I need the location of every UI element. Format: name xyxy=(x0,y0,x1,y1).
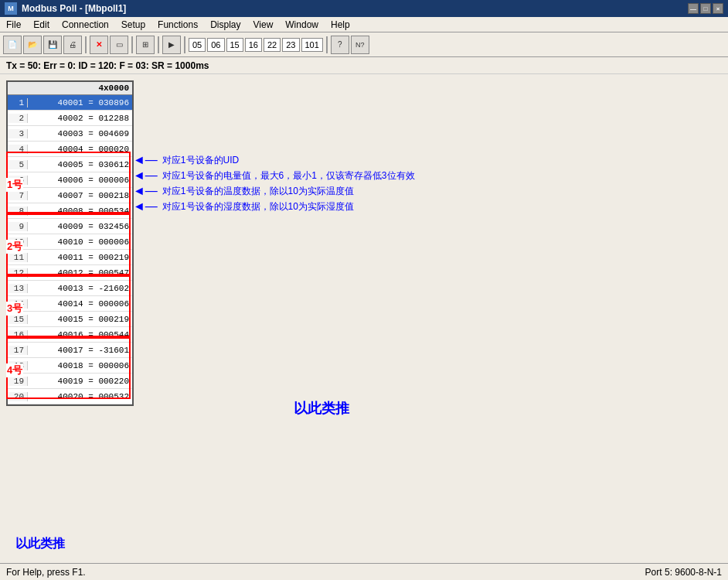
row-value: 40002 = 012288 xyxy=(28,114,132,123)
open-button[interactable]: 📂 xyxy=(23,36,42,54)
arrow-icon: ◄— xyxy=(133,200,158,213)
table-row[interactable]: 1140011 = 000219 xyxy=(8,250,132,265)
status-bar: Tx = 50: Err = 0: ID = 120: F = 03: SR =… xyxy=(0,57,728,74)
table-row[interactable]: 1640016 = 000544 xyxy=(8,327,132,343)
row-number: 14 xyxy=(8,299,28,309)
menu-item-connection[interactable]: Connection xyxy=(56,18,115,32)
table-row[interactable]: 1340013 = -21602 xyxy=(8,281,132,296)
table-row[interactable]: 340003 = 004609 xyxy=(8,126,132,142)
arrow-icon: ◄— xyxy=(133,184,158,198)
save-button[interactable]: 💾 xyxy=(43,36,62,54)
table-row[interactable]: 2040020 = 000532 xyxy=(8,389,132,404)
data-window: 4x0000 140001 = 030896240002 = 012288340… xyxy=(6,80,134,406)
window-title: Modbus Poll - [Mbpoll1] xyxy=(22,3,688,14)
arrow-icon: ◄— xyxy=(133,153,158,167)
main-area: 4x0000 140001 = 030896240002 = 012288340… xyxy=(0,74,728,563)
nq-button[interactable]: N? xyxy=(351,36,369,54)
table-row[interactable]: 1940019 = 000220 xyxy=(8,374,132,389)
annotation-arrow: ◄—对应1号设备的温度数据，除以10为实际温度值 xyxy=(133,184,354,198)
table-row[interactable]: 540005 = 030612 xyxy=(8,157,132,172)
row-number: 8 xyxy=(8,206,28,216)
row-number: 4 xyxy=(8,145,28,154)
table-row[interactable]: 940009 = 032456 xyxy=(8,219,132,234)
table-row[interactable]: 440004 = 000020 xyxy=(8,142,132,157)
table-row[interactable]: 1540015 = 000219 xyxy=(8,312,132,327)
row-number: 3 xyxy=(8,129,28,138)
help-button[interactable]: ? xyxy=(331,36,349,54)
menu-bar: FileEditConnectionSetupFunctionsDisplayV… xyxy=(0,17,728,32)
table-row[interactable]: 1240012 = 000547 xyxy=(8,265,132,281)
annotation-arrow: ◄—对应1号设备的湿度数据，除以10为实际湿度值 xyxy=(133,200,354,213)
data-rows: 140001 = 030896240002 = 012288340003 = 0… xyxy=(8,95,132,404)
menu-item-setup[interactable]: Setup xyxy=(115,18,151,32)
toolbar-separator-2 xyxy=(131,36,133,53)
row-value: 40007 = 000218 xyxy=(28,191,132,200)
row-value: 40005 = 030612 xyxy=(28,160,132,169)
table-row[interactable]: 640006 = 000006 xyxy=(8,172,132,188)
row-value: 40017 = -31601 xyxy=(28,346,132,355)
row-number: 15 xyxy=(8,315,28,324)
num-101: 101 xyxy=(301,38,323,52)
row-number: 10 xyxy=(8,237,28,247)
row-number: 2 xyxy=(8,114,28,123)
row-value: 40012 = 000547 xyxy=(28,268,132,278)
table-row[interactable]: 1840018 = 000006 xyxy=(8,358,132,374)
table-row[interactable]: 240002 = 012288 xyxy=(8,111,132,126)
row-number: 13 xyxy=(8,284,28,293)
menu-item-view[interactable]: View xyxy=(247,18,280,32)
row-number: 6 xyxy=(8,176,28,185)
port-info: Port 5: 9600-8-N-1 xyxy=(645,567,722,578)
print-button[interactable]: 🖨 xyxy=(63,36,82,54)
stop-button[interactable]: ✕ xyxy=(90,36,108,54)
menu-item-help[interactable]: Help xyxy=(325,18,356,32)
menu-item-edit[interactable]: Edit xyxy=(27,18,56,32)
maximize-button[interactable]: □ xyxy=(700,3,711,14)
table-row[interactable]: 840008 = 000534 xyxy=(8,203,132,219)
row-value: 40011 = 000219 xyxy=(28,253,132,262)
annotation-text: 对应1号设备的温度数据，除以10为实际温度值 xyxy=(162,185,354,198)
annotation-arrow: ◄—对应1号设备的电量值，最大6，最小1，仅该寄存器低3位有效 xyxy=(133,169,415,183)
table-row[interactable]: 140001 = 030896 xyxy=(8,95,132,111)
row-number: 19 xyxy=(8,377,28,386)
row-number: 16 xyxy=(8,330,28,339)
tool-btn-1[interactable]: ⊞ xyxy=(136,36,155,54)
row-value: 40014 = 000006 xyxy=(28,299,132,309)
connect-button[interactable]: ▭ xyxy=(110,36,128,54)
row-value: 40018 = 000006 xyxy=(28,361,132,370)
menu-item-window[interactable]: Window xyxy=(279,18,325,32)
bottom-status-bar: For Help, press F1. Port 5: 9600-8-N-1 xyxy=(0,563,728,580)
row-number: 18 xyxy=(8,361,28,370)
num-23: 23 xyxy=(282,38,299,52)
help-text: For Help, press F1. xyxy=(6,567,645,578)
row-value: 40009 = 032456 xyxy=(28,222,132,231)
row-number: 11 xyxy=(8,253,28,262)
row-value: 40004 = 000020 xyxy=(28,145,132,154)
table-row[interactable]: 1740017 = -31601 xyxy=(8,343,132,358)
table-row[interactable]: 740007 = 000218 xyxy=(8,188,132,203)
menu-item-file[interactable]: File xyxy=(0,18,27,32)
menu-item-display[interactable]: Display xyxy=(204,18,247,32)
num-05: 05 xyxy=(189,38,206,52)
app-icon: M xyxy=(5,2,17,15)
row-value: 40013 = -21602 xyxy=(28,284,132,293)
num-22: 22 xyxy=(264,38,281,52)
row-number: 9 xyxy=(8,222,28,231)
row-value: 40020 = 000532 xyxy=(28,392,132,401)
close-button[interactable]: × xyxy=(713,3,723,14)
minimize-button[interactable]: — xyxy=(688,3,699,14)
table-row[interactable]: 1440014 = 000006 xyxy=(8,296,132,312)
row-value: 40016 = 000544 xyxy=(28,330,132,339)
toolbar: 📄 📂 💾 🖨 ✕ ▭ ⊞ ▶ 05 06 15 16 22 23 101 ? … xyxy=(0,32,728,57)
new-button[interactable]: 📄 xyxy=(3,36,22,54)
toolbar-separator-1 xyxy=(85,36,87,53)
menu-item-functions[interactable]: Functions xyxy=(151,18,204,32)
annotation-text: 对应1号设备的UID xyxy=(162,154,239,167)
table-row[interactable]: 1040010 = 000006 xyxy=(8,234,132,250)
bottom-label: 以此类推 xyxy=(15,536,65,552)
toolbar-separator-3 xyxy=(158,36,159,53)
num-06: 06 xyxy=(207,38,224,52)
play-button[interactable]: ▶ xyxy=(162,36,181,54)
row-value: 40008 = 000534 xyxy=(28,206,132,216)
annotation-text: 对应1号设备的电量值，最大6，最小1，仅该寄存器低3位有效 xyxy=(162,169,415,183)
row-number: 12 xyxy=(8,268,28,278)
